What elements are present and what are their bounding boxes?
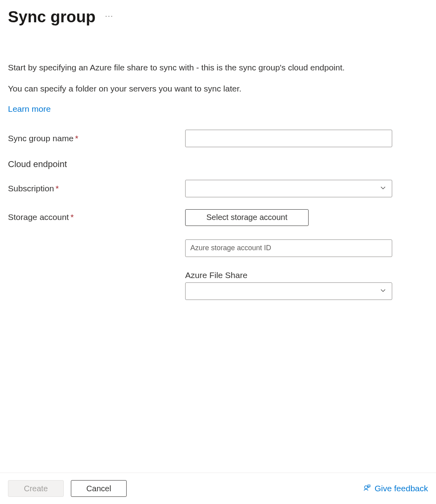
- storage-account-id-input[interactable]: [185, 239, 392, 257]
- sync-group-name-label-text: Sync group name: [8, 134, 74, 143]
- required-star-icon: *: [75, 134, 78, 143]
- learn-more-link[interactable]: Learn more: [8, 104, 51, 114]
- create-button[interactable]: Create: [8, 480, 64, 497]
- cloud-endpoint-heading: Cloud endpoint: [8, 159, 428, 169]
- footer-actions: Create Cancel: [8, 480, 127, 497]
- storage-account-label-text: Storage account: [8, 212, 69, 222]
- subscription-label: Subscription*: [8, 184, 185, 193]
- azure-file-share-label: Azure File Share: [185, 270, 428, 280]
- sync-group-name-input[interactable]: [185, 130, 392, 147]
- subscription-row: Subscription*: [8, 180, 428, 197]
- svg-point-0: [364, 486, 368, 489]
- subscription-select[interactable]: [185, 180, 392, 197]
- subscription-select-wrap: [185, 180, 392, 197]
- page-title: Sync group: [8, 8, 96, 26]
- select-storage-account-button[interactable]: Select storage account: [185, 209, 309, 226]
- footer-bar: Create Cancel Give feedback: [0, 473, 436, 504]
- intro-line-1: Start by specifying an Azure file share …: [8, 62, 428, 73]
- page-header: Sync group ···: [8, 8, 428, 26]
- subscription-label-text: Subscription: [8, 184, 54, 193]
- sync-group-name-row: Sync group name*: [8, 130, 428, 147]
- give-feedback-link[interactable]: Give feedback: [363, 483, 428, 494]
- storage-account-controls: Select storage account: [185, 209, 392, 257]
- cancel-button[interactable]: Cancel: [71, 480, 127, 497]
- more-actions-icon[interactable]: ···: [105, 12, 113, 22]
- give-feedback-text: Give feedback: [375, 484, 428, 493]
- storage-account-row: Storage account* Select storage account: [8, 209, 428, 257]
- azure-file-share-select[interactable]: [185, 282, 392, 300]
- required-star-icon: *: [56, 184, 59, 193]
- required-star-icon: *: [70, 212, 74, 222]
- intro-line-2: You can specify a folder on your servers…: [8, 83, 428, 94]
- storage-account-label: Storage account*: [8, 209, 185, 257]
- azure-file-share-row: [185, 282, 428, 300]
- sync-group-name-label: Sync group name*: [8, 134, 185, 143]
- feedback-icon: [363, 483, 371, 494]
- intro-text: Start by specifying an Azure file share …: [8, 62, 428, 95]
- azure-file-share-select-wrap: [185, 282, 392, 300]
